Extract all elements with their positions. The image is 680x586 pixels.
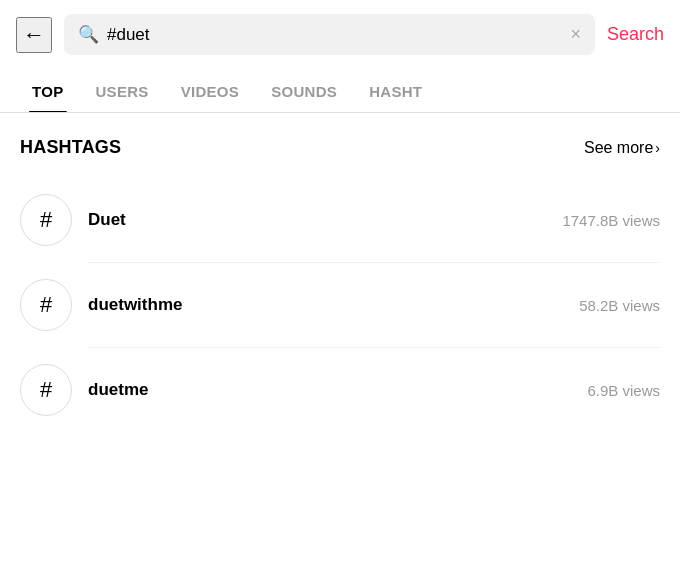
hashtag-icon-circle: # — [20, 279, 72, 331]
main-content: HASHTAGS See more › # Duet 1747.8B views… — [0, 113, 680, 448]
hashtag-icon: # — [40, 292, 52, 318]
see-more-button[interactable]: See more › — [584, 139, 660, 157]
tabs-bar: TOP USERS VIDEOS SOUNDS HASHT — [0, 69, 680, 113]
chevron-right-icon: › — [655, 140, 660, 156]
hashtag-views: 1747.8B views — [562, 212, 660, 229]
tab-users[interactable]: USERS — [79, 69, 164, 112]
clear-icon[interactable]: × — [570, 24, 581, 45]
search-bar: 🔍 × — [64, 14, 595, 55]
hashtag-icon: # — [40, 207, 52, 233]
hashtag-name: duetme — [88, 380, 148, 400]
list-item[interactable]: # Duet 1747.8B views — [20, 178, 660, 262]
list-item[interactable]: # duetwithme 58.2B views — [20, 263, 660, 347]
section-title: HASHTAGS — [20, 137, 121, 158]
section-header: HASHTAGS See more › — [20, 137, 660, 158]
tab-sounds[interactable]: SOUNDS — [255, 69, 353, 112]
hashtag-icon-circle: # — [20, 364, 72, 416]
search-icon: 🔍 — [78, 24, 99, 45]
tab-hashtags[interactable]: HASHT — [353, 69, 438, 112]
hashtag-name: duetwithme — [88, 295, 182, 315]
hashtag-views: 6.9B views — [587, 382, 660, 399]
list-item[interactable]: # duetme 6.9B views — [20, 348, 660, 432]
hashtag-list: # Duet 1747.8B views # duetwithme 58.2B … — [20, 178, 660, 432]
header: ← 🔍 × Search — [0, 0, 680, 69]
back-arrow-icon: ← — [23, 22, 45, 48]
search-input[interactable] — [107, 25, 562, 45]
back-button[interactable]: ← — [16, 17, 52, 53]
tab-top[interactable]: TOP — [16, 69, 79, 112]
hashtag-views: 58.2B views — [579, 297, 660, 314]
hashtag-icon: # — [40, 377, 52, 403]
search-button[interactable]: Search — [607, 24, 664, 45]
hashtag-name: Duet — [88, 210, 126, 230]
tab-videos[interactable]: VIDEOS — [165, 69, 255, 112]
hashtag-icon-circle: # — [20, 194, 72, 246]
